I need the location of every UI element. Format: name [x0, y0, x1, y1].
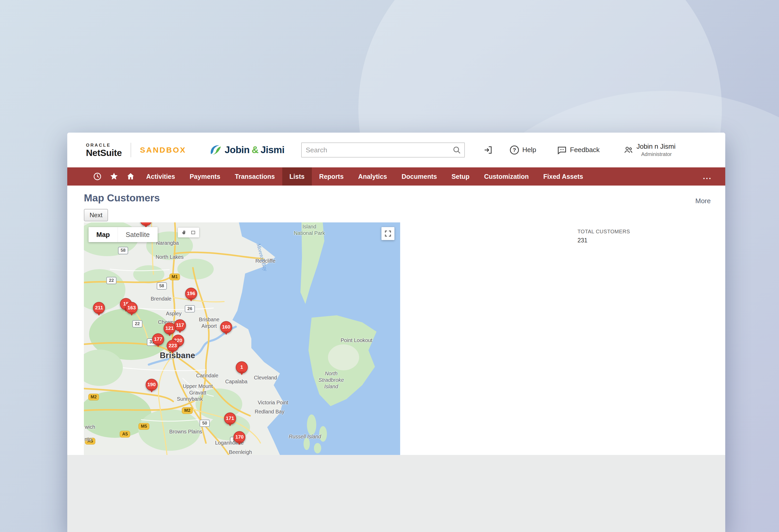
- map-marker-163[interactable]: 163: [126, 302, 138, 314]
- more-link[interactable]: More: [696, 197, 711, 205]
- map-marker-121[interactable]: 121: [164, 322, 176, 334]
- nav-item-fixed-assets[interactable]: Fixed Assets: [536, 168, 590, 186]
- header-actions: ? Help Feedback Jobin n Ji: [483, 143, 676, 157]
- clock-icon: [93, 172, 102, 181]
- road-shield: A5: [120, 431, 130, 438]
- pan-zoom-control[interactable]: [178, 227, 199, 238]
- company-logo: Jobin&Jismi: [208, 143, 285, 157]
- home-button[interactable]: [122, 168, 139, 186]
- map-label-island: North Stradbroke Island: [319, 370, 344, 390]
- main-nav: Activities Payments Transactions Lists R…: [67, 168, 725, 186]
- map-label: Victoria Point: [258, 399, 288, 406]
- recents-button[interactable]: [89, 168, 106, 186]
- zoom-rectangle-icon[interactable]: [190, 230, 196, 236]
- feedback-label: Feedback: [570, 146, 600, 154]
- map-label: Point Lookout: [341, 337, 372, 344]
- signout-button[interactable]: [483, 145, 493, 155]
- feedback-button[interactable]: Feedback: [557, 145, 600, 155]
- nav-item-transactions[interactable]: Transactions: [228, 168, 282, 186]
- sandbox-badge: SANDBOX: [140, 146, 186, 154]
- road-shield: M2: [88, 394, 99, 400]
- pan-hand-icon[interactable]: [181, 230, 187, 236]
- shortcuts-button[interactable]: [106, 168, 122, 186]
- page-title: Map Customers: [84, 192, 160, 204]
- road-shield: M2: [182, 407, 193, 414]
- total-customers-label: TOTAL CUSTOMERS: [578, 228, 630, 235]
- road-shield: 22: [132, 320, 142, 328]
- map-label: nto: [84, 436, 92, 443]
- map-marker-196[interactable]: 196: [185, 288, 197, 300]
- svg-text:?: ?: [513, 147, 516, 153]
- map-canvas[interactable]: Island National Park Narangba North Lake…: [84, 222, 400, 455]
- road-shield: 58: [157, 282, 167, 289]
- next-button[interactable]: Next: [84, 209, 108, 221]
- map-label: Upper Mount Gravatt: [183, 383, 213, 396]
- road-shield: 50: [200, 420, 210, 427]
- road-shield: 58: [118, 247, 128, 254]
- map-label: Sunnybank: [177, 396, 203, 402]
- star-icon: [110, 172, 118, 181]
- nav-item-payments[interactable]: Payments: [182, 168, 228, 186]
- global-search: [301, 142, 465, 157]
- signout-icon: [483, 145, 493, 155]
- map-label: Capalaba: [225, 378, 247, 385]
- map-label: Brendale: [151, 295, 171, 302]
- map-label: Beenleigh: [229, 449, 252, 455]
- nav-item-reports[interactable]: Reports: [312, 168, 351, 186]
- feedback-icon: [557, 145, 567, 155]
- oracle-wordmark: ORACLE: [86, 143, 122, 147]
- help-button[interactable]: ? Help: [510, 145, 536, 155]
- nav-item-lists[interactable]: Lists: [282, 168, 312, 186]
- map-marker-160[interactable]: 160: [220, 321, 232, 333]
- road-shield: 22: [106, 277, 116, 284]
- content-footer: [67, 455, 725, 532]
- netsuite-window: ORACLE NetSuite SANDBOX Jobin&Jismi: [67, 133, 725, 532]
- user-name: Jobin n Jismi: [637, 143, 675, 150]
- company-swoosh-icon: [208, 143, 222, 157]
- nav-overflow-button[interactable]: ...: [690, 168, 725, 186]
- road-shield: M5: [139, 423, 149, 430]
- map-label: wich: [85, 424, 95, 430]
- search-icon[interactable]: [452, 146, 461, 154]
- nav-item-setup[interactable]: Setup: [444, 168, 477, 186]
- fullscreen-button[interactable]: [381, 227, 395, 240]
- map-label: Cleveland: [254, 374, 277, 381]
- user-menu[interactable]: Jobin n Jismi Administrator: [623, 143, 675, 157]
- search-input[interactable]: [301, 142, 465, 157]
- nav-item-activities[interactable]: Activities: [139, 168, 182, 186]
- map-label: Brisbane Airport: [199, 316, 220, 329]
- fullscreen-icon: [384, 230, 392, 238]
- map-type-control: Map Satellite: [88, 227, 158, 242]
- app-header: ORACLE NetSuite SANDBOX Jobin&Jismi: [67, 133, 725, 168]
- map-label-island: Russell Island: [289, 434, 321, 440]
- satellite-view-button[interactable]: Satellite: [118, 227, 158, 242]
- company-name: Jobin&Jismi: [225, 144, 285, 155]
- help-icon: ?: [510, 145, 519, 155]
- map-marker-177[interactable]: 177: [152, 333, 164, 345]
- help-label: Help: [523, 146, 536, 154]
- map-label: Island National Park: [294, 223, 325, 237]
- map-marker-1[interactable]: 1: [236, 361, 248, 373]
- map-marker-211[interactable]: 211: [93, 302, 105, 314]
- user-group-icon: [623, 145, 633, 155]
- header-divider: [131, 143, 131, 157]
- map-label: Narangba: [156, 240, 179, 246]
- total-customers: TOTAL CUSTOMERS 231: [578, 228, 630, 244]
- map-label: Browns Plains: [169, 428, 202, 435]
- map-marker-223[interactable]: 223: [167, 340, 179, 352]
- map-label: North Lakes: [156, 254, 184, 260]
- nav-item-analytics[interactable]: Analytics: [351, 168, 394, 186]
- map-view-button[interactable]: Map: [88, 227, 118, 242]
- oracle-netsuite-logo[interactable]: ORACLE NetSuite: [86, 143, 122, 157]
- page-content: Map Customers More Next TOTAL CUSTOMERS …: [67, 186, 725, 532]
- map-label: Carindale: [196, 373, 218, 379]
- map-marker-190[interactable]: 190: [146, 379, 158, 391]
- map-marker-171[interactable]: 171: [224, 412, 236, 424]
- map-marker-170[interactable]: 170: [233, 431, 245, 443]
- home-icon: [126, 172, 135, 181]
- total-customers-value: 231: [578, 237, 630, 244]
- nav-item-customization[interactable]: Customization: [477, 168, 536, 186]
- map-marker-117[interactable]: 117: [174, 320, 186, 331]
- map-label-city: Brisbane: [160, 351, 195, 361]
- nav-item-documents[interactable]: Documents: [395, 168, 444, 186]
